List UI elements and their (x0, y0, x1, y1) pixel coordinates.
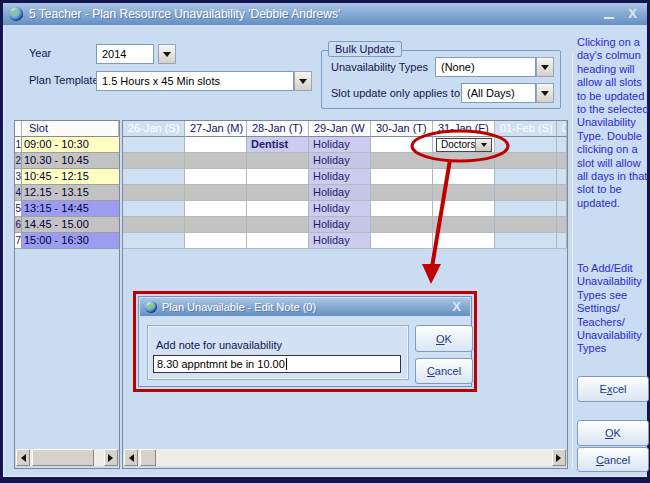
slot-label[interactable]: 12.15 - 13.15 (22, 185, 119, 201)
note-input[interactable]: 8.30 appntmnt be in 10.00 (153, 355, 401, 373)
grid-cell[interactable]: Doctors (433, 137, 495, 153)
grid-cell[interactable] (247, 185, 309, 201)
grid-cell[interactable] (247, 233, 309, 249)
scroll-thumb[interactable] (32, 449, 94, 466)
grid-cell[interactable] (185, 201, 247, 217)
grid-cell[interactable] (371, 233, 433, 249)
grid-cell[interactable] (433, 185, 495, 201)
grid-cell[interactable] (185, 217, 247, 233)
grid-cell[interactable] (557, 217, 567, 233)
grid-cell[interactable] (371, 201, 433, 217)
grid-cell[interactable] (557, 201, 567, 217)
chevron-down-icon[interactable] (536, 83, 554, 103)
grid-cell[interactable] (557, 137, 567, 153)
slot-horizontal-scrollbar[interactable] (16, 449, 118, 466)
column-header[interactable]: 0 (557, 121, 567, 137)
grid-cell[interactable] (495, 217, 557, 233)
slot-label[interactable]: 15:00 - 16:30 (22, 233, 119, 249)
scroll-track[interactable] (138, 449, 552, 466)
scroll-left-button[interactable] (16, 449, 30, 466)
scroll-right-button[interactable] (552, 449, 566, 466)
grid-cell[interactable]: Holiday (309, 217, 371, 233)
grid-cell[interactable]: Holiday (309, 153, 371, 169)
grid-cell[interactable]: Holiday (309, 185, 371, 201)
column-header[interactable]: 29-Jan (W (309, 121, 371, 137)
year-combobox[interactable]: 2014 (96, 44, 180, 64)
grid-cell[interactable] (247, 217, 309, 233)
grid-cell[interactable] (123, 233, 185, 249)
grid-cell[interactable] (123, 153, 185, 169)
grid-cell[interactable]: Holiday (309, 169, 371, 185)
minimize-icon[interactable] (604, 9, 614, 19)
grid-cell[interactable] (247, 153, 309, 169)
slot-label[interactable]: 13:15 - 14:45 (22, 201, 119, 217)
dialog-ok-button[interactable]: OK (415, 325, 473, 352)
column-header[interactable]: 31-Jan (F) (433, 121, 495, 137)
grid-cell[interactable] (185, 137, 247, 153)
grid-cell[interactable] (371, 137, 433, 153)
grid-cell[interactable]: Holiday (309, 201, 371, 217)
grid-cell[interactable] (557, 185, 567, 201)
grid-cell[interactable]: Holiday (309, 137, 371, 153)
grid-horizontal-scrollbar[interactable] (124, 449, 566, 466)
slot-label[interactable]: 09:00 - 10:30 (22, 137, 119, 153)
grid-cell[interactable] (123, 217, 185, 233)
grid-cell[interactable] (371, 217, 433, 233)
chevron-down-icon[interactable] (536, 57, 554, 77)
unavailability-types-combobox[interactable]: (None) (435, 57, 554, 77)
dialog-cancel-button[interactable]: Cancel (415, 358, 473, 384)
column-header[interactable]: 01-Feb (S) (495, 121, 557, 137)
dialog-titlebar[interactable]: Plan Unavailable - Edit Note (0) X (140, 298, 470, 316)
grid-cell[interactable] (433, 169, 495, 185)
grid-cell[interactable] (123, 137, 185, 153)
slot-label[interactable]: 10.30 - 10.45 (22, 153, 119, 169)
chevron-down-icon[interactable] (294, 71, 312, 91)
excel-button[interactable]: Excel (577, 376, 649, 402)
scroll-track[interactable] (30, 449, 104, 466)
grid-cell[interactable]: Holiday (309, 233, 371, 249)
scroll-thumb[interactable] (140, 449, 156, 466)
close-icon[interactable]: X (452, 301, 461, 313)
scroll-right-button[interactable] (104, 449, 118, 466)
grid-cell[interactable] (495, 201, 557, 217)
column-header[interactable]: 27-Jan (M) (185, 121, 247, 137)
chevron-down-icon[interactable] (158, 44, 176, 64)
grid-cell[interactable] (495, 153, 557, 169)
grid-cell[interactable] (433, 217, 495, 233)
grid-cell[interactable] (371, 169, 433, 185)
slot-label[interactable]: 10:45 - 12:15 (22, 169, 119, 185)
grid-cell[interactable] (185, 233, 247, 249)
close-icon[interactable]: X (628, 8, 637, 20)
window-titlebar[interactable]: 5 Teacher - Plan Resource Unavailability… (3, 3, 647, 25)
grid-cell[interactable] (247, 201, 309, 217)
column-header[interactable]: 30-Jan (T) (371, 121, 433, 137)
grid-cell[interactable] (371, 185, 433, 201)
column-header[interactable]: 28-Jan (T) (247, 121, 309, 137)
grid-cell[interactable] (185, 185, 247, 201)
unavailability-type-combo[interactable]: Doctors (436, 138, 492, 152)
grid-cell[interactable] (495, 233, 557, 249)
slot-label[interactable]: 14.45 - 15.00 (22, 217, 119, 233)
grid-cell[interactable] (247, 169, 309, 185)
grid-cell[interactable] (123, 201, 185, 217)
cancel-button[interactable]: Cancel (577, 447, 649, 472)
grid-cell[interactable] (433, 201, 495, 217)
plan-template-combobox[interactable]: 1.5 Hours x 45 Min slots (96, 71, 312, 91)
grid-cell[interactable] (185, 153, 247, 169)
grid-cell[interactable] (123, 185, 185, 201)
grid-cell[interactable] (557, 169, 567, 185)
grid-cell[interactable] (557, 153, 567, 169)
chevron-down-icon[interactable] (475, 139, 491, 151)
grid-cell[interactable] (495, 137, 557, 153)
column-header[interactable]: 26-Jan (S) (123, 121, 185, 137)
grid-cell[interactable]: Dentist (247, 137, 309, 153)
grid-cell[interactable] (433, 233, 495, 249)
grid-cell[interactable] (495, 185, 557, 201)
grid-cell[interactable] (371, 153, 433, 169)
grid-cell[interactable] (433, 153, 495, 169)
grid-cell[interactable] (495, 169, 557, 185)
slot-update-combobox[interactable]: (All Days) (461, 83, 554, 103)
ok-button[interactable]: OK (577, 420, 649, 446)
grid-cell[interactable] (557, 233, 567, 249)
grid-cell[interactable] (123, 169, 185, 185)
